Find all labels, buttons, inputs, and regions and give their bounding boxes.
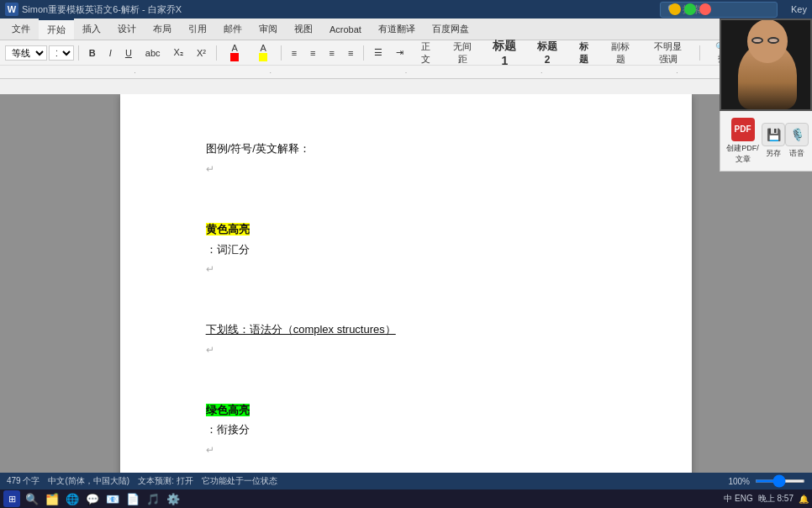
- align-center-button[interactable]: ≡: [304, 45, 321, 61]
- separator-2: [216, 45, 217, 61]
- tab-home[interactable]: 开始: [39, 19, 74, 40]
- zoom-level: 100%: [728, 477, 750, 486]
- italic-button[interactable]: I: [103, 45, 118, 61]
- style-heading2[interactable]: 标题 2: [529, 37, 566, 68]
- style-heading1[interactable]: 标题 1: [484, 36, 525, 70]
- taskbar-time: 晚上 8:57: [758, 493, 794, 505]
- zoom-slider[interactable]: [755, 479, 805, 483]
- voice-label: 语音: [789, 148, 804, 159]
- mail-button[interactable]: 📧: [104, 490, 121, 507]
- save-as-button[interactable]: 💾 另存: [762, 123, 785, 159]
- green-label: ：衔接分: [206, 423, 250, 436]
- underline-button[interactable]: U: [119, 45, 138, 61]
- document-page: 图例/符号/英文解释： ↵ 黄色高亮 ：词汇分 ↵ 下划线：语法分（comple…: [120, 94, 692, 489]
- tab-file[interactable]: 文件: [3, 19, 39, 40]
- font-size-selector[interactable]: 11: [49, 45, 74, 61]
- taskbar: ⊞ 🔍 🗂️ 🌐 💬 📧 📄 🎵 ⚙️ 479 个字 中文(简体，中国大陆) 文…: [0, 489, 812, 508]
- legend-title: 图例/符号/英文解释： ↵: [187, 119, 625, 198]
- ruler: · · · · ·: [0, 66, 812, 79]
- separator-1: [78, 45, 79, 61]
- title-bar-left: W Simon重要模板英语文6-解析 - 白家乔X: [5, 3, 182, 16]
- tab-design[interactable]: 设计: [109, 19, 145, 40]
- separator-4: [363, 45, 364, 61]
- strikethrough-button[interactable]: abc: [140, 45, 166, 61]
- word-taskbar-button[interactable]: 📄: [124, 490, 141, 507]
- yellow-highlight-line: 黄色高亮 ：词汇分 ↵: [187, 200, 625, 299]
- indent-button[interactable]: ⇥: [390, 45, 409, 61]
- tab-acrobat[interactable]: Acrobat: [321, 19, 370, 40]
- window-controls: [669, 3, 711, 15]
- tab-insert[interactable]: 插入: [74, 19, 109, 40]
- document-title: Simon重要模板英语文6-解析 - 白家乔X: [22, 3, 182, 16]
- tab-view[interactable]: 视图: [286, 19, 321, 40]
- superscript-button[interactable]: X²: [191, 45, 212, 61]
- style-heading3[interactable]: 标题: [569, 38, 598, 68]
- start-button[interactable]: ⊞: [3, 490, 20, 507]
- minimize-button[interactable]: [669, 3, 681, 15]
- create-pdf-label: 创建PDF/文章: [724, 143, 762, 165]
- underline-text: 下划线：语法分（complex structures）: [206, 323, 396, 336]
- formatting-toolbar: 等线 11 B I U abc X₂ X² A A ≡ ≡ ≡ ≡ ☰ ⇥ 正文…: [0, 40, 812, 66]
- bold-button[interactable]: B: [83, 45, 102, 61]
- focus-status: 它功能处于一位状态: [202, 475, 277, 487]
- separator-3: [281, 45, 282, 61]
- font-selector[interactable]: 等线: [5, 45, 47, 61]
- underline-line: 下划线：语法分（complex structures） ↵: [187, 300, 625, 379]
- adobe-panel: PDF 创建PDF/文章 💾 另存 🎙️ 语音: [720, 111, 812, 172]
- tab-references[interactable]: 引用: [180, 19, 215, 40]
- style-no-spacing[interactable]: 无间距: [444, 38, 481, 68]
- yellow-highlight-text: 黄色高亮: [206, 223, 250, 235]
- document-area: 图例/符号/英文解释： ↵ 黄色高亮 ：词汇分 ↵ 下划线：语法分（comple…: [0, 94, 812, 489]
- webcam-overlay: [720, 19, 812, 111]
- align-left-button[interactable]: ≡: [286, 45, 303, 61]
- chat-button[interactable]: 💬: [84, 490, 101, 507]
- justify-button[interactable]: ≡: [342, 45, 359, 61]
- text-prediction: 文本预测: 打开: [138, 475, 193, 487]
- notification-icon[interactable]: 🔔: [799, 495, 809, 504]
- style-normal[interactable]: 正文: [411, 38, 440, 68]
- page-count: 479 个字: [7, 475, 40, 487]
- search-taskbar-button[interactable]: 🔍: [24, 490, 40, 507]
- maximize-button[interactable]: [684, 3, 696, 15]
- separator-5: [699, 45, 700, 61]
- create-pdf-button[interactable]: PDF 创建PDF/文章: [724, 118, 762, 165]
- settings-button[interactable]: ⚙️: [165, 490, 182, 507]
- taskbar-right: 中 ENG 晚上 8:57 🔔: [724, 493, 809, 505]
- green-highlight-line: 绿色高亮 ：衔接分 ↵: [187, 381, 625, 479]
- taskbar-lang: 中 ENG: [724, 493, 752, 505]
- style-subtitle[interactable]: 副标题: [602, 38, 639, 68]
- green-highlight-text: 绿色高亮: [206, 404, 250, 416]
- close-button[interactable]: [699, 3, 711, 15]
- language-status: 中文(简体，中国大陆): [48, 475, 129, 487]
- text-color-button[interactable]: A: [221, 40, 248, 66]
- style-more[interactable]: 不明显强调: [642, 38, 693, 68]
- tab-mail[interactable]: 邮件: [215, 19, 250, 40]
- list-button[interactable]: ☰: [368, 45, 388, 61]
- yellow-label: ：词汇分: [206, 243, 250, 256]
- highlight-button[interactable]: A: [250, 40, 277, 66]
- key-label: Key: [791, 4, 807, 14]
- tab-review[interactable]: 审阅: [250, 19, 286, 40]
- edge-button[interactable]: 🌐: [64, 490, 81, 507]
- word-icon: W: [5, 3, 18, 16]
- tab-layout[interactable]: 布局: [145, 19, 180, 40]
- word-status-bar: 479 个字 中文(简体，中国大陆) 文本预测: 打开 它功能处于一位状态 10…: [0, 473, 812, 489]
- title-bar: W Simon重要模板英语文6-解析 - 白家乔X 🔍 搜索 Key: [0, 0, 812, 19]
- subscript-button[interactable]: X₂: [168, 45, 189, 61]
- music-button[interactable]: 🎵: [145, 490, 161, 507]
- voice-button[interactable]: 🎙️ 语音: [785, 123, 809, 159]
- taskview-button[interactable]: 🗂️: [44, 490, 61, 507]
- save-as-label: 另存: [766, 148, 781, 159]
- align-right-button[interactable]: ≡: [323, 45, 340, 61]
